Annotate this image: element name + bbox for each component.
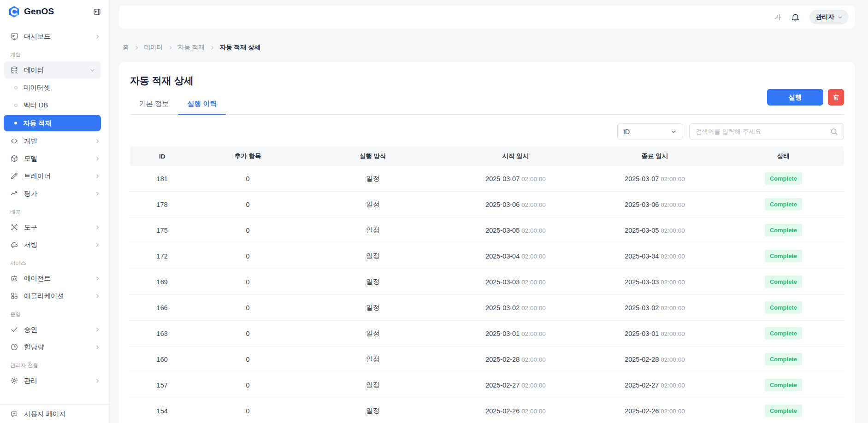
sidebar-nav: 대시보드개발데이터데이터셋벡터 DB자동 적재개발모델트레이너평가배포도구서빙서… [0,23,109,389]
sidebar-item[interactable]: 애플리케이션 [0,287,109,305]
sidebar-item[interactable]: 데이터 [4,61,101,79]
cell-end-datetime: 2025-02-2802:00:00 [587,356,722,363]
sidebar-item[interactable]: 평가 [0,185,109,202]
status-badge: Complete [765,327,802,340]
cell-added-items: 0 [194,382,301,389]
sidebar-item[interactable]: 도구 [0,218,109,236]
time-text: 02:00:00 [521,279,546,286]
sidebar-section-label: 개발 [10,52,109,59]
cell-id: 169 [130,278,194,286]
status-badge: Complete [765,301,802,314]
column-header: ID [130,153,194,160]
bullet-icon [14,86,18,89]
date-text: 2025-03-05 [485,227,520,234]
sidebar: GenOS 대시보드개발데이터데이터셋벡터 DB자동 적재개발모델트레이너평가배… [0,0,109,423]
sidebar-item[interactable]: 모델 [0,150,109,167]
table-body: 1810일정2025-03-0702:00:002025-03-0702:00:… [130,166,844,423]
chevron-right-icon [94,293,100,299]
chevron-right-icon [94,344,100,350]
breadcrumb-link[interactable]: 홈 [123,43,129,52]
table-row[interactable]: 1810일정2025-03-0702:00:002025-03-0702:00:… [130,166,844,192]
status-badge: Complete [765,172,802,185]
date-text: 2025-03-04 [625,253,659,260]
code-icon [10,137,18,145]
cell-id: 154 [130,407,194,415]
cell-end-datetime: 2025-03-0702:00:00 [587,175,722,182]
chevron-right-icon [134,45,140,51]
time-text: 02:00:00 [661,330,685,337]
sidebar-item[interactable]: 개발 [0,132,109,150]
font-size-button[interactable]: 가 [774,13,781,22]
sidebar-item[interactable]: 에이전트 [0,270,109,287]
sidebar-subitem[interactable]: 데이터셋 [0,79,109,96]
delete-button[interactable] [828,89,844,106]
sidebar-item-label: 트레이너 [24,172,89,181]
time-text: 02:00:00 [521,305,546,311]
sidebar-item[interactable]: 관리 [0,372,109,389]
cell-start-datetime: 2025-03-0602:00:00 [444,201,587,208]
time-text: 02:00:00 [521,356,546,363]
cell-added-items: 0 [194,407,301,415]
table-row[interactable]: 1720일정2025-03-0402:00:002025-03-0402:00:… [130,243,844,269]
sidebar-section-label: 서비스 [10,260,109,267]
sidebar-item[interactable]: 트레이너 [0,167,109,185]
sidebar-item[interactable]: 대시보드 [0,28,109,45]
tab-run-history[interactable]: 실행 이력 [178,94,226,114]
sidebar-subitem[interactable]: 자동 적재 [4,115,101,131]
cell-run-mode: 일정 [301,329,444,338]
sidebar-item-label: 벡터 DB [24,101,48,110]
status-badge: Complete [765,224,802,236]
date-text: 2025-03-07 [485,175,520,182]
cell-start-datetime: 2025-03-0102:00:00 [444,330,587,337]
cell-status: Complete [723,198,844,211]
run-button[interactable]: 실행 [767,89,823,106]
sidebar-item[interactable]: 할당량 [0,338,109,356]
table-row[interactable]: 1600일정2025-02-2802:00:002025-02-2802:00:… [130,347,844,372]
time-text: 02:00:00 [661,356,685,363]
chevron-right-icon [94,191,100,197]
chevron-right-icon [94,138,100,144]
sidebar-item-user-page[interactable]: 사용자 페이지 [0,405,109,423]
dashboard-icon [10,32,18,41]
grid-plus-icon [10,292,18,300]
time-text: 02:00:00 [661,201,685,208]
date-text: 2025-02-28 [485,356,520,363]
date-text: 2025-03-05 [625,227,659,234]
sidebar-collapse-icon[interactable] [93,7,101,16]
table-row[interactable]: 1630일정2025-03-0102:00:002025-03-0102:00:… [130,321,844,347]
sidebar-section-label: 관리자 전용 [10,362,109,369]
cell-added-items: 0 [194,304,301,311]
table-row[interactable]: 1540일정2025-02-2602:00:002025-02-2602:00:… [130,398,844,423]
time-text: 02:00:00 [661,176,685,182]
search-input[interactable] [689,123,844,140]
cell-id: 178 [130,201,194,208]
search-icon[interactable] [830,127,838,136]
user-menu[interactable]: 관리자 [809,10,849,24]
cell-end-datetime: 2025-03-0502:00:00 [587,227,722,234]
topbar: 가 관리자 [119,6,855,29]
time-text: 02:00:00 [661,227,685,234]
notification-bell-icon[interactable] [791,12,800,22]
chevron-right-icon [94,224,100,230]
date-text: 2025-03-06 [625,201,659,208]
search-field-select[interactable]: ID [617,123,683,140]
breadcrumb-link[interactable]: 데이터 [144,43,163,52]
table-row[interactable]: 1570일정2025-02-2702:00:002025-02-2702:00:… [130,372,844,398]
sidebar-item[interactable]: 서빙 [0,236,109,253]
cell-start-datetime: 2025-02-2802:00:00 [444,356,587,363]
time-text: 02:00:00 [661,408,685,415]
cell-run-mode: 일정 [301,200,444,209]
cell-run-mode: 일정 [301,174,444,183]
sidebar-item-label: 에이전트 [24,274,89,283]
breadcrumb-link[interactable]: 자동 적재 [178,43,205,52]
cell-start-datetime: 2025-03-0302:00:00 [444,278,587,286]
sidebar-subitem[interactable]: 벡터 DB [0,96,109,114]
tab-basic-info[interactable]: 기본 정보 [130,94,178,114]
sidebar-item[interactable]: 승인 [0,321,109,338]
table-row[interactable]: 1690일정2025-03-0302:00:002025-03-0302:00:… [130,269,844,295]
sidebar-item-label: 애플리케이션 [24,292,89,300]
cell-start-datetime: 2025-02-2702:00:00 [444,382,587,389]
table-row[interactable]: 1660일정2025-03-0202:00:002025-03-0202:00:… [130,295,844,321]
table-row[interactable]: 1750일정2025-03-0502:00:002025-03-0502:00:… [130,217,844,243]
table-row[interactable]: 1780일정2025-03-0602:00:002025-03-0602:00:… [130,192,844,217]
